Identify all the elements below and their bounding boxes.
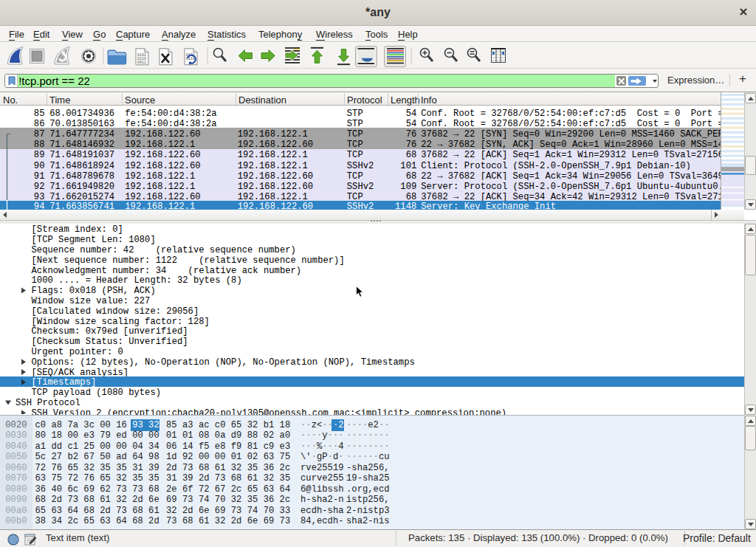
svg-text:0011: 0011 xyxy=(137,61,146,65)
